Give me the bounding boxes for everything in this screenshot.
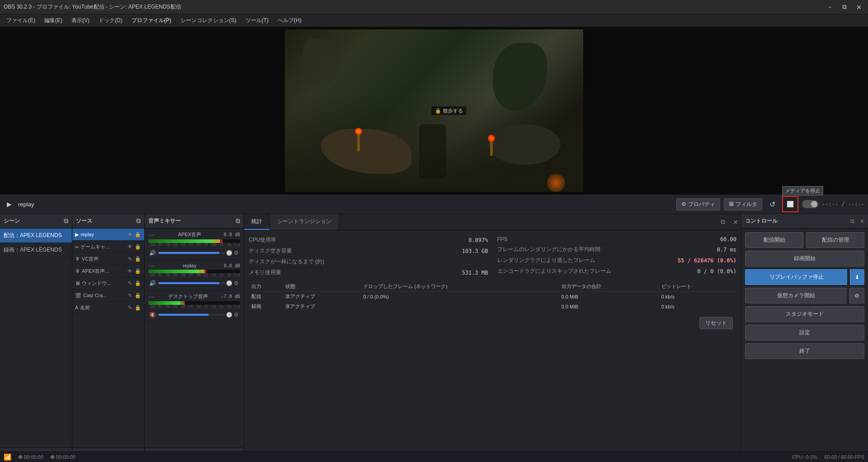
close-button[interactable]: ✕ — [854, 2, 864, 13]
source-actions-apex-audio: 👁 🔒 — [126, 267, 142, 275]
audio-replay-mute[interactable]: 🔊 — [148, 279, 156, 287]
source-item-vc[interactable]: 🎙 VC音声 ✎ 🔒 — [72, 253, 144, 265]
audio-apex-meter — [148, 239, 240, 243]
source-lock-btn-vc[interactable]: 🔒 — [134, 255, 142, 262]
preview-overlay-text: 🔒 散歩する — [431, 107, 466, 115]
stats-close-button[interactable]: ✕ — [730, 217, 741, 228]
stats-float-button[interactable]: ⧉ — [717, 217, 728, 228]
source-name-replay: replay — [80, 232, 124, 237]
studio-mode-button[interactable]: スタジオモード — [745, 306, 864, 322]
audio-apex-slider[interactable] — [158, 252, 230, 254]
menu-view[interactable]: 表示(V) — [67, 15, 94, 26]
audio-replay-settings[interactable]: ⚙ — [232, 279, 240, 287]
scenes-panel: シーン ⧉ 配信：APEX LEGENDS 録画：APEX LEGENDS + … — [0, 214, 72, 462]
stats-value-memory: 531.3 MB — [462, 270, 488, 276]
source-item-apex-audio[interactable]: 🎙 APEX音声... 👁 🔒 — [72, 265, 144, 277]
audio-channel-apex: ⋮ APEX音声 0.0 dB -60-55-50-45-40-35-30-25… — [145, 229, 244, 260]
audio-replay-slider[interactable] — [158, 282, 230, 284]
source-lock-btn-name[interactable]: 🔒 — [134, 304, 142, 311]
scene-item-recording[interactable]: 録画：APEX LEGENDS — [0, 243, 72, 257]
stats-label-skipped-enc: エンコードラグによりスキップされたフレーム — [497, 267, 611, 275]
settings-button[interactable]: 設定 — [745, 325, 864, 341]
menu-edit[interactable]: 編集(E) — [40, 15, 67, 26]
stats-cell-stream-total: 0.0 MiB — [559, 292, 659, 302]
source-visible-btn-game[interactable]: 👁 — [126, 243, 133, 250]
menu-file[interactable]: ファイル(E) — [2, 15, 40, 26]
scene-item-broadcast[interactable]: 配信：APEX LEGENDS — [0, 229, 72, 243]
game-preview-bg: 🔒 散歩する — [285, 29, 583, 192]
source-icon-vc: 🎙 — [75, 256, 80, 261]
restore-button[interactable]: ⧉ — [839, 2, 850, 13]
menu-help[interactable]: ヘルプ(H) — [273, 15, 306, 26]
source-lock-btn[interactable]: 🔒 — [134, 231, 142, 238]
source-name-cast: Cast Cra... — [83, 293, 124, 298]
preview-area: 🔒 散歩する — [0, 27, 868, 194]
manage-stream-button[interactable]: 配信の管理 — [806, 232, 864, 248]
audio-desktop-slider[interactable] — [158, 314, 230, 316]
start-stream-button[interactable]: 配信開始 — [745, 232, 803, 248]
audio-replay-menu[interactable]: ⋮ — [148, 263, 156, 268]
stats-cell-record-output: 録画 — [249, 302, 283, 312]
refresh-button[interactable]: ↺ — [766, 198, 778, 210]
audio-apex-menu[interactable]: ⋮ — [148, 232, 156, 238]
source-visible-btn[interactable]: 👁 — [126, 231, 133, 238]
cpu-value: 0.1% — [806, 454, 817, 460]
source-item-window[interactable]: 🖥 ウィンドウ... ✎ 🔒 — [72, 277, 144, 289]
play-button[interactable] — [4, 199, 14, 210]
source-edit-btn-window[interactable]: ✎ — [126, 280, 133, 287]
stats-tab-transitions[interactable]: シーントランジション — [270, 214, 339, 230]
bottom-panels: シーン ⧉ 配信：APEX LEGENDS 録画：APEX LEGENDS + … — [0, 214, 868, 462]
toggle-switch[interactable] — [802, 200, 818, 208]
source-edit-btn-name[interactable]: ✎ — [126, 304, 133, 311]
source-visible-btn-apex[interactable]: 👁 — [126, 267, 133, 275]
scenes-panel-icon[interactable]: ⧉ — [64, 217, 68, 225]
stats-content: CPU使用率 0.097% ディスク空き容量 103.3 GB ディスクが一杯に… — [244, 230, 741, 462]
source-lock-btn-game[interactable]: 🔒 — [134, 243, 142, 250]
controls-float-btn[interactable]: ⧉ — [850, 218, 854, 224]
audio-mixer-icon[interactable]: ⧉ — [236, 217, 240, 225]
source-item-cast[interactable]: 🎬 Cast Cra... ✎ 🔒 — [72, 289, 144, 302]
stats-tab-stats[interactable]: 統計 — [244, 214, 270, 230]
source-icon-text: A — [75, 305, 78, 310]
audio-apex-controls: 🔊 ⚙ — [148, 249, 240, 257]
audio-apex-mute[interactable]: 🔊 — [148, 249, 156, 257]
record-dot — [51, 455, 54, 459]
menu-dock[interactable]: ドック(D) — [94, 15, 127, 26]
audio-desktop-meter — [148, 301, 240, 305]
menu-profile[interactable]: プロファイル(P) — [127, 15, 176, 26]
virtual-cam-settings-button[interactable]: ⚙ — [849, 288, 864, 303]
start-recording-button[interactable]: 録画開始 — [745, 251, 864, 266]
sources-panel-icon[interactable]: ⧉ — [136, 217, 141, 225]
exit-button[interactable]: 終了 — [745, 343, 864, 359]
stats-th-output: 出力 — [249, 282, 283, 292]
audio-desktop-settings[interactable]: ⚙ — [232, 311, 240, 319]
stats-row-fps: FPS 60.00 — [497, 235, 737, 244]
menu-tools[interactable]: ツール(T) — [241, 15, 273, 26]
source-item-name[interactable]: A 名前 ✎ 🔒 — [72, 302, 144, 314]
reset-button[interactable]: リセット — [699, 317, 733, 329]
source-lock-btn-cast[interactable]: 🔒 — [134, 292, 142, 299]
stats-row-record: 録画 非アクティブ 0.0 MiB 0 kb/s — [249, 302, 736, 312]
cpu-indicator: CPU: 0.1% — [792, 454, 817, 460]
virtual-cam-button[interactable]: 仮想カメラ開始 — [745, 288, 847, 303]
source-item-game-capture[interactable]: ∞ ゲームキャ... 👁 🔒 — [72, 241, 144, 253]
audio-apex-settings[interactable]: ⚙ — [232, 249, 240, 257]
window-title: OBS 30.2.3 - プロファイル: YouTube配信 - シーン: AP… — [4, 3, 181, 11]
replay-download-button[interactable]: ⬇ — [850, 269, 864, 285]
audio-desktop-mute[interactable]: 🔇 — [148, 311, 156, 319]
stop-button[interactable] — [782, 196, 798, 212]
properties-button[interactable]: ⚙ プロパティ — [676, 198, 720, 210]
controls-close-btn[interactable]: ✕ — [860, 218, 864, 224]
minimize-button[interactable]: － — [825, 2, 835, 13]
source-item-replay[interactable]: ▶ replay 👁 🔒 — [72, 229, 144, 241]
menu-scene-collection[interactable]: シーンコレクション(S) — [176, 15, 241, 26]
source-lock-btn-window[interactable]: 🔒 — [134, 280, 142, 287]
status-bar: 📶 00:00:00 00:00:00 CPU: 0.1% 60.00 / 60… — [0, 451, 868, 462]
replay-buffer-button[interactable]: リプレイバッファ停止 — [745, 269, 847, 285]
source-edit-btn-vc[interactable]: ✎ — [126, 255, 133, 262]
audio-desktop-menu[interactable]: ⋮ — [148, 294, 156, 299]
stats-label-fps: FPS — [497, 236, 508, 243]
filter-button[interactable]: 🗷 フィルタ — [724, 198, 762, 210]
source-edit-btn-cast[interactable]: ✎ — [126, 292, 133, 299]
source-lock-btn-apex[interactable]: 🔒 — [134, 267, 142, 275]
